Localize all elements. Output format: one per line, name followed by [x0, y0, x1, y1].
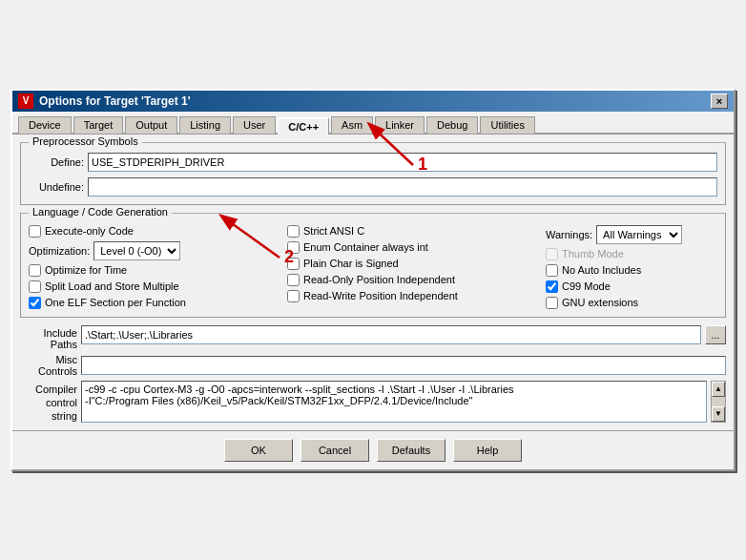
- warnings-select[interactable]: All Warnings No Warnings: [596, 225, 682, 244]
- no-auto-includes-checkbox[interactable]: [546, 264, 558, 277]
- split-load-row: Split Load and Store Multiple: [29, 280, 287, 293]
- scrollbar-down-arrow[interactable]: ▼: [712, 406, 725, 422]
- optimize-time-label: Optimize for Time: [45, 264, 127, 276]
- gnu-extensions-label: GNU extensions: [562, 297, 638, 308]
- tab-content: Preprocessor Symbols Define: Undefine: L…: [12, 135, 734, 431]
- one-elf-label: One ELF Section per Function: [45, 297, 186, 308]
- cancel-button[interactable]: Cancel: [300, 439, 369, 462]
- tab-bar: Device Target Output Listing User C/C++ …: [12, 112, 734, 135]
- compiler-control-area: Compiler control string -c99 -c -cpu Cor…: [20, 381, 726, 424]
- misc-controls-label: Misc Controls: [20, 354, 77, 377]
- gnu-extensions-checkbox[interactable]: [546, 297, 558, 309]
- c99-mode-row: C99 Mode: [546, 280, 717, 293]
- read-only-checkbox[interactable]: [287, 274, 300, 286]
- read-only-row: Read-Only Position Independent: [287, 274, 546, 286]
- preprocessor-group: Preprocessor Symbols Define: Undefine:: [20, 142, 726, 205]
- plain-char-checkbox[interactable]: [287, 258, 300, 270]
- optimization-row: Optimization: Level 0 (-O0) Level 1 (-O1…: [29, 241, 287, 260]
- read-write-row: Read-Write Position Independent: [287, 290, 546, 302]
- window-title: Options for Target 'Target 1': [39, 94, 191, 108]
- undefine-row: Undefine:: [29, 177, 717, 197]
- tab-cpp[interactable]: C/C++: [278, 117, 329, 135]
- thumb-mode-row: Thumb Mode: [546, 248, 717, 260]
- close-button[interactable]: ×: [711, 93, 728, 109]
- read-write-checkbox[interactable]: [287, 290, 300, 302]
- define-row: Define:: [29, 153, 717, 172]
- warnings-label: Warnings:: [546, 229, 592, 240]
- compiler-scrollbar[interactable]: ▲ ▼: [711, 381, 726, 423]
- optimize-time-row: Optimize for Time: [29, 264, 287, 277]
- one-elf-row: One ELF Section per Function: [29, 297, 287, 309]
- language-group: Language / Code Generation Execute-only …: [20, 213, 726, 318]
- app-icon: V: [18, 93, 33, 109]
- read-only-label: Read-Only Position Independent: [303, 274, 455, 285]
- split-load-label: Split Load and Store Multiple: [45, 280, 179, 292]
- optimization-label: Optimization:: [29, 245, 90, 257]
- button-bar: OK Cancel Defaults Help: [12, 430, 734, 469]
- title-bar: V Options for Target 'Target 1' ×: [12, 91, 734, 112]
- include-paths-label: Include Paths: [20, 325, 77, 350]
- one-elf-checkbox[interactable]: [29, 297, 41, 309]
- tab-device[interactable]: Device: [18, 116, 72, 134]
- tab-output[interactable]: Output: [125, 116, 177, 134]
- enum-container-label: Enum Container always int: [303, 241, 428, 253]
- optimization-select[interactable]: Level 0 (-O0) Level 1 (-O1) Level 2 (-O2…: [93, 241, 180, 260]
- undefine-input[interactable]: [88, 177, 717, 197]
- strict-ansi-checkbox[interactable]: [287, 225, 300, 238]
- tab-debug[interactable]: Debug: [426, 116, 478, 134]
- language-group-label: Language / Code Generation: [29, 206, 172, 218]
- compiler-control-label: Compiler control string: [20, 381, 77, 424]
- thumb-mode-label: Thumb Mode: [562, 248, 624, 259]
- c99-mode-label: C99 Mode: [562, 280, 611, 292]
- gnu-extensions-row: GNU extensions: [546, 297, 717, 309]
- help-button[interactable]: Help: [453, 439, 522, 462]
- include-paths-input[interactable]: [81, 325, 701, 344]
- split-load-checkbox[interactable]: [29, 280, 41, 293]
- plain-char-row: Plain Char is Signed: [287, 258, 546, 270]
- optimize-time-checkbox[interactable]: [29, 264, 41, 277]
- scrollbar-up-arrow[interactable]: ▲: [712, 382, 725, 397]
- misc-controls-area: Misc Controls: [20, 354, 726, 377]
- enum-container-checkbox[interactable]: [287, 241, 300, 254]
- read-write-label: Read-Write Position Independent: [303, 290, 458, 301]
- preprocessor-group-label: Preprocessor Symbols: [29, 135, 142, 147]
- tab-asm[interactable]: Asm: [331, 116, 373, 134]
- no-auto-includes-label: No Auto Includes: [562, 264, 641, 276]
- tab-listing[interactable]: Listing: [179, 116, 231, 134]
- main-window: V Options for Target 'Target 1' × Device…: [10, 89, 736, 472]
- define-label: Define:: [29, 156, 84, 168]
- strict-ansi-row: Strict ANSI C: [287, 225, 546, 238]
- define-input[interactable]: [88, 153, 717, 172]
- defaults-button[interactable]: Defaults: [377, 439, 446, 462]
- execute-only-checkbox[interactable]: [29, 225, 41, 238]
- tab-target[interactable]: Target: [73, 116, 124, 134]
- ok-button[interactable]: OK: [224, 439, 293, 462]
- compiler-control-input[interactable]: -c99 -c -cpu Cortex-M3 -g -O0 -apcs=inte…: [81, 381, 707, 423]
- c99-mode-checkbox[interactable]: [546, 280, 558, 293]
- execute-only-label: Execute-only Code: [45, 225, 134, 237]
- tab-utilities[interactable]: Utilities: [480, 116, 534, 134]
- plain-char-label: Plain Char is Signed: [303, 258, 399, 269]
- no-auto-includes-row: No Auto Includes: [546, 264, 717, 277]
- undefine-label: Undefine:: [29, 181, 84, 193]
- tab-user[interactable]: User: [233, 116, 276, 134]
- tab-linker[interactable]: Linker: [375, 116, 425, 134]
- warnings-row: Warnings: All Warnings No Warnings: [546, 225, 717, 244]
- enum-container-row: Enum Container always int: [287, 241, 546, 254]
- include-paths-area: Include Paths ...: [20, 325, 726, 350]
- include-paths-browse-button[interactable]: ...: [705, 325, 726, 344]
- strict-ansi-label: Strict ANSI C: [303, 225, 364, 237]
- thumb-mode-checkbox: [546, 248, 558, 260]
- execute-only-row: Execute-only Code: [29, 225, 287, 238]
- misc-controls-input[interactable]: [81, 356, 726, 375]
